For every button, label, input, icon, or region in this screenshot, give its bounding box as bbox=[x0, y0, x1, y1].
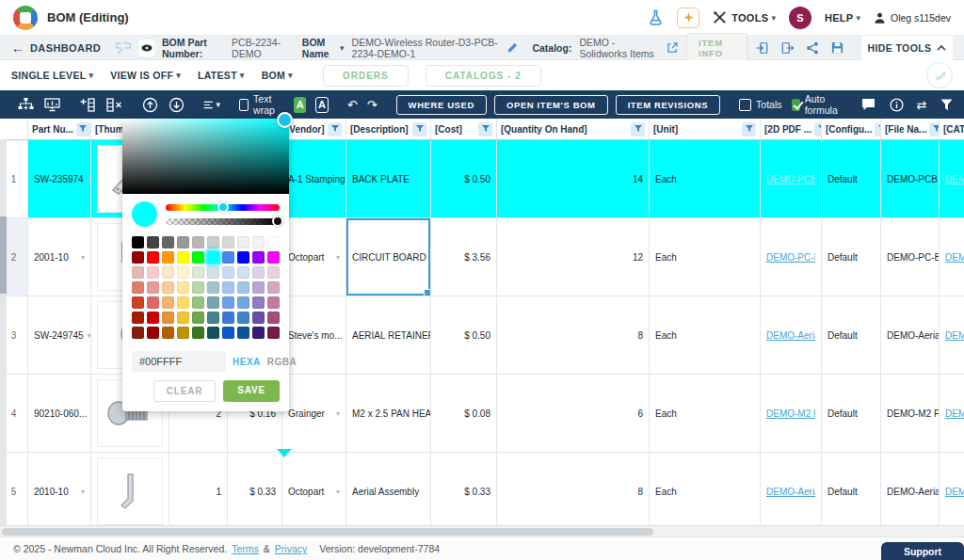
catalogs-button[interactable]: CATALOGS - 2 bbox=[426, 65, 541, 87]
swatch[interactable] bbox=[162, 296, 174, 309]
help-menu[interactable]: HELP ▾ bbox=[825, 12, 860, 24]
quantity-cell[interactable]: 8 bbox=[497, 296, 650, 374]
dropdown-latest[interactable]: LATEST▾ bbox=[198, 70, 245, 81]
clear-button[interactable]: CLEAR bbox=[153, 380, 216, 402]
selection-handle[interactable] bbox=[424, 289, 431, 296]
file-name-cell[interactable]: DEMO-PC-Bo... bbox=[881, 218, 940, 296]
external-link-icon[interactable] bbox=[667, 41, 679, 54]
configuration-cell[interactable]: Default bbox=[822, 140, 881, 217]
swatch[interactable] bbox=[177, 251, 189, 264]
tools-menu[interactable]: TOOLS ▾ bbox=[713, 10, 776, 24]
quantity-cell[interactable]: 12 bbox=[497, 218, 650, 296]
configuration-cell[interactable]: Default bbox=[822, 218, 881, 296]
edit-notes-icon[interactable] bbox=[926, 62, 953, 88]
privacy-link[interactable]: Privacy bbox=[275, 543, 307, 554]
redo-icon[interactable]: ↷ bbox=[367, 98, 378, 112]
thumbnail-cell[interactable] bbox=[91, 453, 169, 530]
swatch[interactable] bbox=[177, 296, 189, 309]
dropdown-single-level[interactable]: SINGLE LEVEL▾ bbox=[11, 70, 93, 81]
swatch[interactable] bbox=[162, 312, 174, 324]
swatch[interactable] bbox=[207, 251, 219, 264]
swatch[interactable] bbox=[222, 281, 234, 294]
swatch[interactable] bbox=[267, 236, 280, 248]
swatch[interactable] bbox=[222, 312, 234, 324]
hue-slider[interactable] bbox=[166, 204, 280, 211]
description-cell[interactable]: M2 x 2.5 PAN HEAD bbox=[346, 375, 431, 452]
swatch[interactable] bbox=[237, 296, 249, 309]
file-name-cell[interactable]: DEMO-M2 Pa... bbox=[881, 375, 940, 452]
undo-icon[interactable]: ↶ bbox=[347, 98, 358, 112]
quantity-cell[interactable]: 14 bbox=[497, 140, 650, 217]
hex-color-input[interactable] bbox=[132, 351, 226, 372]
multi-level-tree-icon[interactable] bbox=[17, 97, 34, 112]
swatch[interactable] bbox=[147, 251, 159, 264]
compare-icon[interactable]: ⇄ bbox=[917, 98, 927, 112]
configuration-cell[interactable]: Default bbox=[822, 296, 881, 374]
pdf-link[interactable]: DEMO-Aerial-D3 bbox=[766, 487, 815, 497]
swatch[interactable] bbox=[237, 251, 249, 264]
catalog-link[interactable]: DEMO... bbox=[945, 252, 964, 263]
filter-icon[interactable] bbox=[631, 122, 645, 136]
filter-icon[interactable] bbox=[412, 122, 426, 136]
configuration-cell[interactable]: Default bbox=[822, 453, 881, 530]
part-number-cell[interactable]: 2010-10▾ bbox=[28, 453, 91, 530]
terms-link[interactable]: Terms bbox=[232, 543, 259, 554]
filter-icon[interactable] bbox=[328, 122, 342, 136]
swatch[interactable] bbox=[132, 266, 144, 279]
lab-flask-icon[interactable] bbox=[648, 9, 664, 26]
cost-cell[interactable]: $ 0.08 bbox=[431, 375, 497, 452]
vendor-cell[interactable]: Octopart▾ bbox=[282, 453, 346, 530]
description-cell[interactable]: AERIAL RETAINER bbox=[346, 296, 431, 374]
save-button[interactable]: SAVE bbox=[223, 380, 280, 402]
alpha-handle[interactable] bbox=[272, 216, 283, 227]
insert-column-icon[interactable] bbox=[79, 97, 96, 112]
vendor-cell[interactable]: Grainger▾ bbox=[282, 375, 346, 452]
swatch[interactable] bbox=[252, 251, 265, 264]
swatch[interactable] bbox=[237, 281, 249, 294]
cost-cell[interactable]: $ 3.56 bbox=[431, 218, 497, 296]
swatch[interactable] bbox=[177, 281, 189, 294]
swatch[interactable] bbox=[192, 327, 204, 339]
description-cell-selected[interactable]: CIRCUIT BOARD W/ C... bbox=[346, 218, 431, 296]
swatch[interactable] bbox=[192, 296, 204, 309]
dropdown-bom[interactable]: BOM▾ bbox=[262, 70, 293, 81]
auto-formula-checkbox[interactable]: Auto formula bbox=[792, 93, 842, 116]
swatch[interactable] bbox=[177, 327, 189, 339]
catalog-link[interactable]: DEMO... bbox=[945, 408, 964, 419]
swatch[interactable] bbox=[252, 296, 265, 309]
part-number-cell[interactable]: SW-235974▾ bbox=[28, 140, 91, 217]
open-items-bom-button[interactable]: OPEN ITEM'S BOM bbox=[494, 95, 608, 115]
whats-new-badge-icon[interactable] bbox=[677, 8, 699, 28]
swatch[interactable] bbox=[252, 327, 265, 339]
pdf-link[interactable]: DEMO-PC-Board bbox=[766, 252, 815, 263]
swatch[interactable] bbox=[147, 266, 159, 279]
where-used-button[interactable]: WHERE USED bbox=[396, 95, 487, 115]
item-info-button[interactable]: ITEM INFO bbox=[686, 33, 747, 63]
move-row-up-icon[interactable] bbox=[141, 97, 158, 112]
hidden-b-cell[interactable]: $ 0.33 bbox=[228, 453, 282, 530]
cost-cell[interactable]: $ 0.50 bbox=[431, 140, 497, 217]
catalog-link[interactable]: DEMO... bbox=[945, 174, 964, 184]
presentation-icon[interactable] bbox=[43, 97, 60, 112]
swatch[interactable] bbox=[252, 312, 265, 324]
swatch[interactable] bbox=[147, 281, 159, 294]
swatch[interactable] bbox=[132, 281, 144, 294]
detach-icon[interactable] bbox=[116, 40, 131, 56]
swatch[interactable] bbox=[222, 236, 234, 248]
unit-cell[interactable]: Each bbox=[650, 375, 761, 452]
hidden-a-cell[interactable]: 1 bbox=[169, 453, 228, 530]
edit-pencil-icon[interactable] bbox=[506, 41, 519, 54]
swatch[interactable] bbox=[147, 236, 159, 248]
swatch[interactable] bbox=[222, 327, 234, 339]
totals-checkbox[interactable]: Totals bbox=[739, 99, 781, 111]
share-icon[interactable] bbox=[806, 41, 819, 55]
swatch[interactable] bbox=[267, 266, 280, 279]
quantity-cell[interactable]: 8 bbox=[497, 453, 650, 530]
swatch[interactable] bbox=[162, 266, 174, 279]
swatch[interactable] bbox=[177, 312, 189, 324]
swatch[interactable] bbox=[207, 236, 219, 248]
swatch[interactable] bbox=[222, 251, 234, 264]
alpha-slider[interactable] bbox=[166, 218, 280, 225]
swatch[interactable] bbox=[207, 327, 219, 339]
swatch[interactable] bbox=[252, 236, 265, 248]
